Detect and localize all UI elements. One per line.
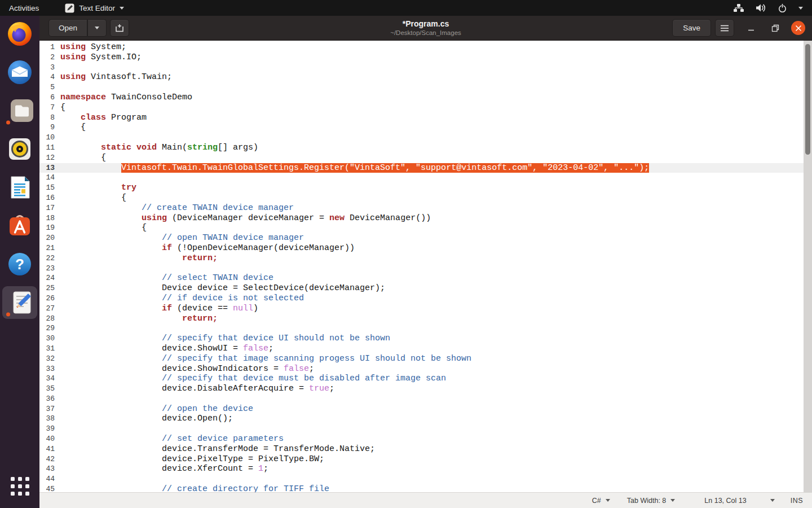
- code-content: device.ShowUI = false;: [58, 344, 273, 354]
- app-menu-button[interactable]: Text Editor: [60, 0, 129, 16]
- line-number: 8: [39, 113, 58, 123]
- system-status-area[interactable]: [733, 0, 812, 16]
- line-number: 22: [39, 253, 58, 264]
- code-line-37[interactable]: 37 // open the device: [39, 404, 812, 414]
- code-content: // specify that device must be disabled …: [58, 374, 446, 384]
- language-selector[interactable]: C#: [592, 497, 610, 505]
- thunderbird-icon: [6, 59, 33, 86]
- code-content: [58, 424, 60, 434]
- code-line-14[interactable]: 14: [39, 173, 812, 183]
- tab-width-selector[interactable]: Tab Width: 8: [627, 497, 675, 505]
- code-line-44[interactable]: 44: [39, 474, 812, 484]
- line-number: 17: [39, 203, 58, 213]
- code-content: device.Open();: [58, 414, 233, 424]
- code-line-28[interactable]: 28 return;: [39, 314, 812, 324]
- code-line-25[interactable]: 25 Device device = SelectDevice(deviceMa…: [39, 283, 812, 294]
- code-line-39[interactable]: 39: [39, 424, 812, 434]
- open-button[interactable]: Open: [48, 19, 87, 37]
- line-number: 10: [39, 133, 58, 143]
- code-line-5[interactable]: 5: [39, 82, 812, 93]
- code-line-2[interactable]: 2using System.IO;: [39, 52, 812, 63]
- code-line-15[interactable]: 15 try: [39, 183, 812, 193]
- line-number: 36: [39, 394, 58, 404]
- language-label: C#: [592, 497, 601, 505]
- code-line-36[interactable]: 36: [39, 394, 812, 404]
- code-line-7[interactable]: 7{: [39, 103, 812, 113]
- dock-item-help[interactable]: ?: [0, 251, 39, 278]
- code-line-13[interactable]: 13 Vintasoft.Twain.TwainGlobalSettings.R…: [39, 163, 812, 173]
- code-line-34[interactable]: 34 // specify that device must be disabl…: [39, 374, 812, 384]
- text-editor-view[interactable]: 1using System;2using System.IO;34using V…: [39, 41, 812, 492]
- code-line-38[interactable]: 38 device.Open();: [39, 414, 812, 424]
- code-content: // specify that device UI should not be …: [58, 334, 390, 344]
- code-line-29[interactable]: 29: [39, 323, 812, 334]
- line-number: 29: [39, 323, 58, 334]
- line-number: 15: [39, 183, 58, 193]
- maximize-button[interactable]: [768, 21, 783, 36]
- code-line-22[interactable]: 22 return;: [39, 253, 812, 264]
- close-button[interactable]: [791, 21, 805, 35]
- code-line-31[interactable]: 31 device.ShowUI = false;: [39, 344, 812, 354]
- insert-mode-indicator[interactable]: INS: [791, 497, 803, 505]
- code-line-27[interactable]: 27 if (device == null): [39, 304, 812, 314]
- gnome-top-bar: Activities Text Editor: [0, 0, 812, 16]
- code-line-32[interactable]: 32 // specify that image scanning proges…: [39, 354, 812, 364]
- code-line-16[interactable]: 16 {: [39, 193, 812, 203]
- menu-button[interactable]: [715, 19, 734, 37]
- code-line-18[interactable]: 18 using (DeviceManager deviceManager = …: [39, 213, 812, 224]
- code-line-41[interactable]: 41 device.TransferMode = TransferMode.Na…: [39, 444, 812, 454]
- code-line-19[interactable]: 19 {: [39, 223, 812, 233]
- code-line-42[interactable]: 42 device.PixelType = PixelType.BW;: [39, 454, 812, 465]
- dock-item-rhythmbox[interactable]: [0, 135, 39, 163]
- dock-item-text-editor[interactable]: [0, 289, 39, 316]
- code-line-4[interactable]: 4using Vintasoft.Twain;: [39, 72, 812, 82]
- code-line-17[interactable]: 17 // create TWAIN device manager: [39, 203, 812, 213]
- code-line-30[interactable]: 30 // specify that device UI should not …: [39, 334, 812, 344]
- goto-line-dropdown[interactable]: [770, 499, 775, 502]
- code-line-9[interactable]: 9 {: [39, 122, 812, 133]
- code-line-11[interactable]: 11 static void Main(string[] args): [39, 143, 812, 153]
- code-line-6[interactable]: 6namespace TwainConsoleDemo: [39, 93, 812, 103]
- code-line-8[interactable]: 8 class Program: [39, 113, 812, 123]
- dock-item-libreoffice-writer[interactable]: [0, 174, 39, 201]
- window-title: *Program.cs: [390, 19, 461, 29]
- new-document-button[interactable]: [110, 19, 129, 37]
- open-dropdown-button[interactable]: [87, 19, 107, 37]
- code-line-33[interactable]: 33 device.ShowIndicators = false;: [39, 364, 812, 374]
- volume-icon: [756, 3, 766, 12]
- code-line-35[interactable]: 35 device.DisableAfterAcquire = true;: [39, 384, 812, 394]
- scrollbar-thumb[interactable]: [805, 44, 810, 155]
- code-line-20[interactable]: 20 // open TWAIN device manager: [39, 233, 812, 243]
- dock-item-ubuntu-software[interactable]: [0, 212, 39, 239]
- code-line-12[interactable]: 12 {: [39, 153, 812, 163]
- code-line-3[interactable]: 3: [39, 63, 812, 73]
- code-line-23[interactable]: 23: [39, 264, 812, 274]
- code-content: if (!OpenDeviceManager(deviceManager)): [58, 243, 355, 253]
- code-line-24[interactable]: 24 // select TWAIN device: [39, 273, 812, 283]
- open-button-label: Open: [59, 24, 77, 32]
- minimize-button[interactable]: [744, 21, 758, 36]
- code-line-26[interactable]: 26 // if device is not selected: [39, 294, 812, 304]
- code-line-40[interactable]: 40 // set device parameters: [39, 434, 812, 444]
- line-number: 9: [39, 122, 58, 133]
- ubuntu-software-icon: [6, 212, 33, 239]
- cursor-position[interactable]: Ln 13, Col 13: [704, 497, 746, 505]
- power-icon: [778, 3, 787, 13]
- chevron-down-icon: [670, 499, 675, 502]
- code-line-21[interactable]: 21 if (!OpenDeviceManager(deviceManager)…: [39, 243, 812, 253]
- dock-item-thunderbird[interactable]: [0, 59, 39, 86]
- code-line-43[interactable]: 43 device.XferCount = 1;: [39, 464, 812, 474]
- code-content: {: [58, 223, 147, 233]
- dock-item-files[interactable]: [0, 97, 39, 124]
- code-content: using System.IO;: [58, 52, 142, 63]
- rhythmbox-icon: [6, 135, 33, 163]
- code-line-45[interactable]: 45 // create directory for TIFF file: [39, 484, 812, 492]
- activities-button[interactable]: Activities: [0, 0, 48, 16]
- code-line-1[interactable]: 1using System;: [39, 42, 812, 52]
- app-grid-button[interactable]: [11, 477, 29, 496]
- code-line-10[interactable]: 10: [39, 133, 812, 143]
- dock-item-firefox[interactable]: [0, 20, 39, 47]
- chevron-down-icon: [120, 7, 124, 10]
- save-button[interactable]: Save: [672, 19, 711, 37]
- vertical-scrollbar[interactable]: [804, 41, 812, 492]
